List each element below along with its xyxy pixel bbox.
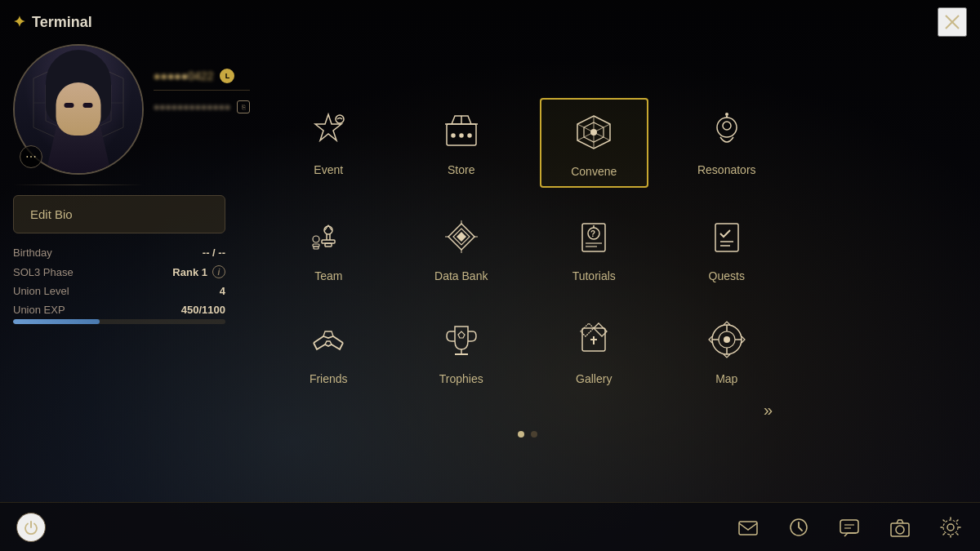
team-label: Team	[314, 269, 342, 282]
app-title: Terminal	[32, 14, 92, 31]
close-icon	[943, 13, 961, 31]
menu-item-event[interactable]: Event	[274, 98, 383, 188]
svg-point-6	[336, 115, 344, 123]
power-icon	[24, 520, 38, 535]
menu-item-map[interactable]: Map	[673, 307, 782, 393]
tutorials-icon-wrapper: ?	[565, 212, 622, 261]
gallery-icon-wrapper	[565, 315, 622, 364]
diamond-icon: ✦	[13, 13, 25, 31]
bottom-right	[735, 514, 964, 540]
store-label: Store	[448, 163, 474, 176]
svg-rect-24	[313, 244, 319, 247]
union-exp-section: Union EXP 450/1100	[13, 304, 225, 324]
menu-item-convene[interactable]: Convene	[540, 98, 648, 188]
map-icon-wrapper	[698, 315, 755, 364]
sol3-info-button[interactable]: i	[212, 265, 225, 278]
more-button[interactable]: »	[755, 398, 781, 423]
menu-item-trophies[interactable]: Trophies	[408, 307, 516, 393]
avatar-menu-button[interactable]: ⋯	[20, 145, 42, 168]
resonators-icon	[707, 111, 746, 150]
avatar-wrapper: ⋯	[13, 44, 144, 175]
sol3-value: Rank 1 i	[172, 265, 225, 278]
quests-label: Quests	[709, 269, 745, 282]
svg-point-10	[468, 134, 471, 137]
settings-button[interactable]	[938, 514, 964, 540]
right-panel: Event Sto	[242, 41, 967, 502]
menu-item-quests[interactable]: Quests	[673, 204, 782, 291]
svg-rect-52	[840, 520, 858, 533]
exp-header: Union EXP 450/1100	[13, 304, 225, 316]
svg-point-57	[947, 524, 954, 531]
svg-rect-35	[715, 224, 738, 251]
close-button[interactable]	[938, 7, 967, 37]
tutorials-icon: ?	[574, 217, 613, 256]
trophies-icon-wrapper	[433, 315, 490, 364]
left-panel: ⋯ ●●●●●0422 L ●●●●●●●●●●●●● ⎘ Edit Bio	[13, 41, 225, 502]
clock-button[interactable]	[786, 514, 812, 540]
convene-icon-wrapper	[565, 108, 622, 157]
svg-text:?: ?	[590, 229, 595, 238]
mail-icon	[737, 516, 760, 539]
birthday-label: Birthday	[13, 247, 52, 259]
power-button[interactable]	[16, 513, 46, 542]
team-icon	[309, 217, 348, 256]
union-level-row: Union Level 4	[13, 285, 225, 297]
svg-point-19	[725, 113, 728, 116]
team-icon-wrapper	[300, 212, 357, 261]
trophies-label: Trophies	[439, 372, 483, 385]
page-dot-1[interactable]	[518, 431, 524, 438]
camera-icon	[889, 516, 911, 539]
mail-button[interactable]	[735, 514, 761, 540]
menu-item-team[interactable]: Team	[274, 204, 383, 291]
menu-item-gallery[interactable]: Gallery	[540, 307, 648, 393]
svg-point-58	[943, 520, 958, 535]
uid-row: ●●●●●●●●●●●●● ⎘	[154, 100, 250, 113]
sol3-row: SOL3 Phase Rank 1 i	[13, 265, 225, 278]
clock-icon	[787, 516, 810, 539]
friends-label: Friends	[310, 372, 348, 385]
camera-button[interactable]	[887, 514, 913, 540]
bottom-bar	[0, 502, 980, 551]
databank-icon	[442, 217, 481, 256]
union-exp-value: 450/1100	[181, 304, 225, 316]
chat-button[interactable]	[836, 514, 862, 540]
resonators-icon-wrapper	[698, 106, 755, 155]
quests-icon	[707, 217, 746, 256]
menu-item-tutorials[interactable]: ? Tutorials	[540, 204, 648, 291]
convene-label: Convene	[571, 165, 617, 178]
birthday-value: -- / --	[203, 247, 225, 259]
uid-display: ●●●●●●●●●●●●●	[154, 101, 230, 113]
settings-icon	[939, 516, 962, 539]
union-level-value: 4	[220, 285, 225, 297]
main-container: ✦ Terminal	[0, 0, 980, 551]
currency-icon: L	[220, 69, 234, 83]
convene-icon	[574, 113, 613, 152]
map-label: Map	[715, 372, 737, 385]
databank-icon-wrapper	[433, 212, 490, 261]
menu-item-store[interactable]: Store	[408, 98, 516, 188]
menu-item-databank[interactable]: Data Bank	[408, 204, 516, 291]
menu-item-friends[interactable]: Friends	[274, 307, 383, 393]
username-row: ●●●●●0422 L	[154, 69, 250, 91]
svg-rect-21	[322, 240, 335, 243]
char-face	[56, 82, 101, 136]
trophies-icon	[442, 320, 481, 359]
map-icon	[707, 320, 746, 359]
content-area: ⋯ ●●●●●0422 L ●●●●●●●●●●●●● ⎘ Edit Bio	[0, 41, 980, 502]
page-dot-2[interactable]	[531, 431, 537, 438]
svg-point-16	[590, 129, 597, 136]
sol3-label: SOL3 Phase	[13, 266, 74, 278]
menu-item-resonators[interactable]: Resonators	[673, 98, 782, 188]
event-icon	[309, 111, 348, 150]
edit-bio-button[interactable]: Edit Bio	[13, 195, 225, 233]
friends-icon	[309, 320, 348, 359]
union-exp-label: Union EXP	[13, 304, 65, 316]
chat-icon	[838, 516, 861, 539]
user-info: ●●●●●0422 L ●●●●●●●●●●●●● ⎘	[154, 44, 250, 113]
pagination	[274, 423, 781, 446]
bottom-left	[16, 513, 46, 542]
top-bar: ✦ Terminal	[0, 0, 980, 41]
divider-line	[13, 184, 144, 185]
exp-bar-container	[13, 319, 225, 324]
databank-label: Data Bank	[434, 269, 488, 282]
